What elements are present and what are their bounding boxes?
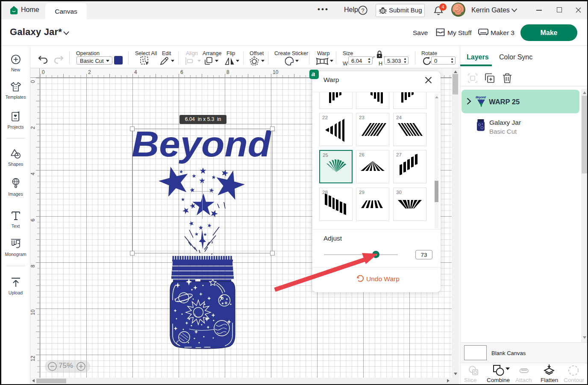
svg-text:Beyond: Beyond (476, 95, 486, 99)
svg-text:?: ? (361, 7, 364, 14)
